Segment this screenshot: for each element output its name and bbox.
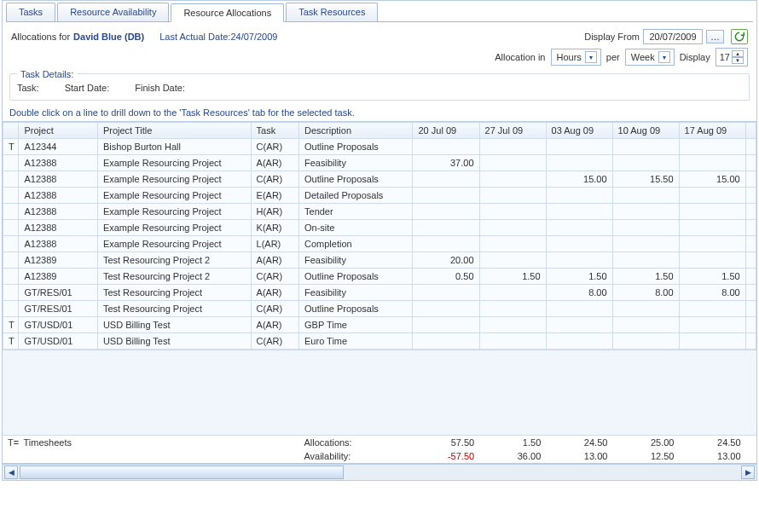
cell-value[interactable] — [479, 317, 546, 333]
cell-value[interactable] — [479, 139, 546, 155]
cell-value[interactable] — [679, 317, 745, 333]
cell-value[interactable] — [612, 204, 679, 220]
cell-value[interactable] — [546, 236, 612, 252]
cell-value[interactable] — [413, 139, 479, 155]
cell-value[interactable]: 1.50 — [679, 269, 745, 285]
col-date-2[interactable]: 03 Aug 09 — [546, 123, 612, 139]
table-row[interactable]: A12389Test Resourcing Project 2A(AR)Feas… — [3, 252, 756, 269]
cell-value[interactable] — [546, 252, 612, 269]
display-from-value[interactable]: 20/07/2009 — [643, 29, 703, 44]
tab-resource-allocations[interactable]: Resource Allocations — [171, 3, 284, 22]
table-row[interactable]: A12388Example Resourcing ProjectH(AR)Ten… — [3, 204, 756, 220]
cell-value[interactable]: 15.00 — [546, 171, 612, 188]
cell-value[interactable] — [479, 301, 546, 317]
cell-value[interactable] — [546, 204, 612, 220]
cell-value[interactable] — [413, 220, 479, 236]
tab-task-resources[interactable]: Task Resources — [286, 3, 378, 21]
per-dropdown[interactable]: Week ▾ — [625, 49, 675, 66]
cell-value[interactable] — [679, 301, 745, 317]
cell-value[interactable] — [413, 171, 479, 188]
table-row[interactable]: A12389Test Resourcing Project 2C(AR)Outl… — [3, 269, 756, 285]
col-date-3[interactable]: 10 Aug 09 — [612, 123, 679, 139]
cell-value[interactable] — [413, 204, 479, 220]
scroll-right-icon[interactable]: ▶ — [741, 466, 755, 479]
cell-value[interactable] — [479, 155, 546, 171]
cell-value[interactable] — [479, 252, 546, 269]
cell-value[interactable]: 1.50 — [546, 269, 612, 285]
cell-value[interactable] — [679, 236, 745, 252]
allocations-grid[interactable]: Project Project Title Task Description 2… — [3, 121, 756, 464]
tab-tasks[interactable]: Tasks — [6, 3, 55, 21]
table-row[interactable]: A12388Example Resourcing ProjectL(AR)Com… — [3, 236, 756, 252]
col-description[interactable]: Description — [299, 123, 413, 139]
cell-value[interactable] — [546, 188, 612, 204]
cell-value[interactable] — [413, 188, 479, 204]
cell-value[interactable]: 8.00 — [546, 285, 612, 301]
scrollbar-thumb[interactable] — [20, 466, 344, 479]
spin-up-icon[interactable]: ▲ — [732, 50, 744, 57]
cell-value[interactable] — [612, 155, 679, 171]
cell-value[interactable] — [612, 139, 679, 155]
cell-value[interactable] — [413, 301, 479, 317]
cell-value[interactable]: 1.50 — [479, 269, 546, 285]
spin-down-icon[interactable]: ▼ — [732, 57, 744, 64]
cell-value[interactable] — [679, 220, 745, 236]
cell-value[interactable] — [546, 333, 612, 350]
col-date-1[interactable]: 27 Jul 09 — [479, 123, 546, 139]
cell-value[interactable] — [612, 236, 679, 252]
cell-value[interactable]: 20.00 — [413, 252, 479, 269]
horizontal-scrollbar[interactable]: ◀ ▶ — [3, 464, 756, 480]
cell-value[interactable]: 15.00 — [679, 171, 745, 188]
cell-value[interactable] — [612, 333, 679, 350]
cell-value[interactable] — [546, 301, 612, 317]
cell-value[interactable] — [479, 333, 546, 350]
col-project-title[interactable]: Project Title — [97, 123, 251, 139]
cell-value[interactable] — [479, 285, 546, 301]
cell-value[interactable] — [479, 236, 546, 252]
cell-value[interactable] — [612, 188, 679, 204]
cell-value[interactable] — [679, 139, 745, 155]
allocation-in-dropdown[interactable]: Hours ▾ — [551, 49, 601, 66]
cell-value[interactable] — [413, 236, 479, 252]
cell-value[interactable] — [479, 171, 546, 188]
cell-value[interactable] — [612, 220, 679, 236]
cell-value[interactable] — [413, 317, 479, 333]
table-row[interactable]: A12388Example Resourcing ProjectK(AR)On-… — [3, 220, 756, 236]
refresh-button[interactable] — [731, 29, 748, 44]
cell-value[interactable] — [479, 220, 546, 236]
col-date-0[interactable]: 20 Jul 09 — [413, 123, 479, 139]
cell-value[interactable]: 8.00 — [679, 285, 745, 301]
display-count-spinner[interactable]: 17 ▲ ▼ — [716, 48, 748, 66]
table-row[interactable]: GT/RES/01Test Resourcing ProjectA(AR)Fea… — [3, 285, 756, 301]
cell-value[interactable] — [612, 317, 679, 333]
cell-value[interactable] — [679, 188, 745, 204]
cell-value[interactable] — [413, 333, 479, 350]
cell-value[interactable] — [479, 204, 546, 220]
cell-value[interactable] — [546, 155, 612, 171]
table-row[interactable]: A12388Example Resourcing ProjectA(AR)Fea… — [3, 155, 756, 171]
cell-value[interactable] — [546, 220, 612, 236]
cell-value[interactable]: 15.50 — [612, 171, 679, 188]
cell-value[interactable]: 0.50 — [413, 269, 479, 285]
table-row[interactable]: A12388Example Resourcing ProjectE(AR)Det… — [3, 188, 756, 204]
date-picker-button[interactable]: … — [706, 30, 724, 43]
cell-value[interactable] — [612, 252, 679, 269]
cell-value[interactable] — [612, 301, 679, 317]
cell-value[interactable]: 8.00 — [612, 285, 679, 301]
table-row[interactable]: TGT/USD/01USD Billing TestA(AR)GBP Time — [3, 317, 756, 333]
cell-value[interactable] — [479, 188, 546, 204]
cell-value[interactable] — [413, 285, 479, 301]
table-row[interactable]: TGT/USD/01USD Billing TestC(AR)Euro Time — [3, 333, 756, 350]
table-row[interactable]: A12388Example Resourcing ProjectC(AR)Out… — [3, 171, 756, 188]
cell-value[interactable] — [679, 333, 745, 350]
tab-resource-availability[interactable]: Resource Availability — [57, 3, 169, 21]
cell-value[interactable] — [679, 204, 745, 220]
scrollbar-track[interactable] — [20, 466, 739, 479]
col-project[interactable]: Project — [19, 123, 97, 139]
table-row[interactable]: GT/RES/01Test Resourcing ProjectC(AR)Out… — [3, 301, 756, 317]
table-row[interactable]: TA12344Bishop Burton HallC(AR)Outline Pr… — [3, 139, 756, 155]
cell-value[interactable] — [546, 139, 612, 155]
scroll-left-icon[interactable]: ◀ — [4, 466, 18, 479]
col-task[interactable]: Task — [251, 123, 298, 139]
cell-value[interactable] — [679, 252, 745, 269]
